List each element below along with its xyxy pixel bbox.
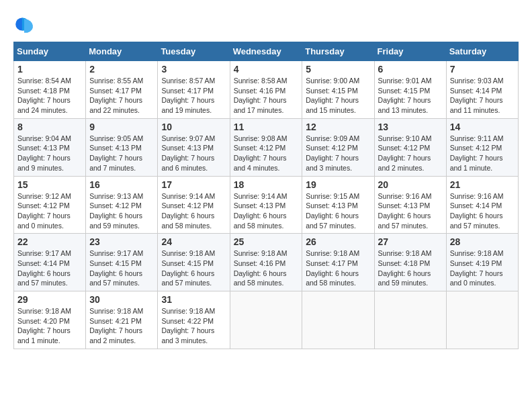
calendar-cell: 19 Sunrise: 9:15 AMSunset: 4:13 PMDaylig… [302, 176, 374, 234]
day-detail: Sunrise: 9:05 AMSunset: 4:13 PMDaylight:… [89, 134, 154, 173]
day-number: 27 [378, 236, 443, 247]
logo [13, 13, 38, 35]
calendar-cell: 15 Sunrise: 9:12 AMSunset: 4:12 PMDaylig… [14, 176, 86, 234]
weekday-header-row: SundayMondayTuesdayWednesdayThursdayFrid… [14, 42, 519, 61]
calendar-cell: 26 Sunrise: 9:18 AMSunset: 4:17 PMDaylig… [302, 234, 374, 291]
day-number: 2 [89, 64, 154, 75]
day-number: 20 [378, 179, 443, 190]
day-detail: Sunrise: 9:03 AMSunset: 4:14 PMDaylight:… [450, 76, 515, 116]
day-number: 1 [17, 64, 82, 75]
calendar-cell: 5 Sunrise: 9:00 AMSunset: 4:15 PMDayligh… [302, 61, 374, 119]
calendar-cell: 9 Sunrise: 9:05 AMSunset: 4:13 PMDayligh… [86, 118, 158, 176]
day-number: 4 [234, 64, 299, 75]
day-detail: Sunrise: 9:04 AMSunset: 4:13 PMDaylight:… [17, 134, 82, 173]
calendar-week-row: 8 Sunrise: 9:04 AMSunset: 4:13 PMDayligh… [14, 118, 519, 176]
day-number: 3 [161, 64, 226, 75]
day-detail: Sunrise: 9:15 AMSunset: 4:13 PMDaylight:… [306, 191, 370, 231]
day-number: 13 [378, 122, 443, 132]
day-number: 6 [378, 64, 443, 75]
day-number: 28 [450, 236, 515, 247]
day-detail: Sunrise: 9:08 AMSunset: 4:12 PMDaylight:… [234, 134, 299, 173]
calendar-cell: 16 Sunrise: 9:13 AMSunset: 4:12 PMDaylig… [86, 176, 158, 234]
day-number: 16 [89, 179, 154, 190]
calendar-cell: 10 Sunrise: 9:07 AMSunset: 4:13 PMDaylig… [158, 118, 230, 176]
day-detail: Sunrise: 8:54 AMSunset: 4:18 PMDaylight:… [17, 76, 82, 116]
logo-icon [13, 13, 35, 35]
day-detail: Sunrise: 9:10 AMSunset: 4:12 PMDaylight:… [378, 134, 443, 173]
page-header [13, 13, 519, 35]
calendar-cell: 23 Sunrise: 9:17 AMSunset: 4:15 PMDaylig… [86, 234, 158, 291]
calendar-cell: 22 Sunrise: 9:17 AMSunset: 4:14 PMDaylig… [14, 234, 86, 291]
calendar-cell: 13 Sunrise: 9:10 AMSunset: 4:12 PMDaylig… [374, 118, 446, 176]
weekday-header-saturday: Saturday [446, 42, 518, 61]
calendar-cell: 17 Sunrise: 9:14 AMSunset: 4:12 PMDaylig… [158, 176, 230, 234]
calendar-cell: 30 Sunrise: 9:18 AMSunset: 4:21 PMDaylig… [86, 291, 158, 349]
weekday-header-monday: Monday [86, 42, 158, 61]
calendar-cell: 20 Sunrise: 9:16 AMSunset: 4:13 PMDaylig… [374, 176, 446, 234]
calendar-cell: 8 Sunrise: 9:04 AMSunset: 4:13 PMDayligh… [14, 118, 86, 176]
day-number: 10 [161, 122, 226, 132]
day-number: 9 [89, 122, 154, 132]
day-number: 29 [17, 294, 82, 305]
day-number: 12 [306, 122, 370, 132]
calendar-cell: 31 Sunrise: 9:18 AMSunset: 4:22 PMDaylig… [158, 291, 230, 349]
day-detail: Sunrise: 9:12 AMSunset: 4:12 PMDaylight:… [17, 191, 82, 231]
calendar-cell: 2 Sunrise: 8:55 AMSunset: 4:17 PMDayligh… [86, 61, 158, 119]
weekday-header-wednesday: Wednesday [230, 42, 302, 61]
day-detail: Sunrise: 9:13 AMSunset: 4:12 PMDaylight:… [89, 191, 154, 231]
day-detail: Sunrise: 9:18 AMSunset: 4:17 PMDaylight:… [306, 248, 370, 288]
calendar-cell: 29 Sunrise: 9:18 AMSunset: 4:20 PMDaylig… [14, 291, 86, 349]
day-number: 30 [89, 294, 154, 305]
day-detail: Sunrise: 9:18 AMSunset: 4:15 PMDaylight:… [161, 248, 226, 288]
calendar-week-row: 1 Sunrise: 8:54 AMSunset: 4:18 PMDayligh… [14, 61, 519, 119]
day-detail: Sunrise: 9:17 AMSunset: 4:14 PMDaylight:… [17, 248, 82, 288]
calendar-cell: 4 Sunrise: 8:58 AMSunset: 4:16 PMDayligh… [230, 61, 302, 119]
day-number: 11 [234, 122, 299, 132]
calendar-cell: 14 Sunrise: 9:11 AMSunset: 4:12 PMDaylig… [446, 118, 518, 176]
day-detail: Sunrise: 9:18 AMSunset: 4:16 PMDaylight:… [234, 248, 299, 288]
day-detail: Sunrise: 9:14 AMSunset: 4:12 PMDaylight:… [161, 191, 226, 231]
weekday-header-tuesday: Tuesday [158, 42, 230, 61]
day-number: 21 [450, 179, 515, 190]
day-detail: Sunrise: 8:57 AMSunset: 4:17 PMDaylight:… [161, 76, 226, 116]
calendar-cell: 1 Sunrise: 8:54 AMSunset: 4:18 PMDayligh… [14, 61, 86, 119]
calendar-table: SundayMondayTuesdayWednesdayThursdayFrid… [13, 42, 519, 349]
calendar-cell: 6 Sunrise: 9:01 AMSunset: 4:15 PMDayligh… [374, 61, 446, 119]
calendar-cell: 25 Sunrise: 9:18 AMSunset: 4:16 PMDaylig… [230, 234, 302, 291]
calendar-cell [446, 291, 518, 349]
day-number: 7 [450, 64, 515, 75]
day-number: 22 [17, 236, 82, 247]
day-number: 14 [450, 122, 515, 132]
day-number: 26 [306, 236, 370, 247]
day-detail: Sunrise: 9:14 AMSunset: 4:13 PMDaylight:… [234, 191, 299, 231]
calendar-cell: 11 Sunrise: 9:08 AMSunset: 4:12 PMDaylig… [230, 118, 302, 176]
day-detail: Sunrise: 9:07 AMSunset: 4:13 PMDaylight:… [161, 134, 226, 173]
calendar-cell [374, 291, 446, 349]
weekday-header-sunday: Sunday [14, 42, 86, 61]
day-number: 31 [161, 294, 226, 305]
day-number: 19 [306, 179, 370, 190]
day-detail: Sunrise: 8:55 AMSunset: 4:17 PMDaylight:… [89, 76, 154, 116]
day-detail: Sunrise: 9:01 AMSunset: 4:15 PMDaylight:… [378, 76, 443, 116]
day-detail: Sunrise: 9:16 AMSunset: 4:14 PMDaylight:… [450, 191, 515, 231]
day-number: 25 [234, 236, 299, 247]
day-detail: Sunrise: 9:09 AMSunset: 4:12 PMDaylight:… [306, 134, 370, 173]
day-number: 5 [306, 64, 370, 75]
day-number: 8 [17, 122, 82, 132]
calendar-cell: 27 Sunrise: 9:18 AMSunset: 4:18 PMDaylig… [374, 234, 446, 291]
calendar-cell: 24 Sunrise: 9:18 AMSunset: 4:15 PMDaylig… [158, 234, 230, 291]
calendar-cell: 7 Sunrise: 9:03 AMSunset: 4:14 PMDayligh… [446, 61, 518, 119]
calendar-week-row: 29 Sunrise: 9:18 AMSunset: 4:20 PMDaylig… [14, 291, 519, 349]
calendar-cell: 12 Sunrise: 9:09 AMSunset: 4:12 PMDaylig… [302, 118, 374, 176]
calendar-cell: 21 Sunrise: 9:16 AMSunset: 4:14 PMDaylig… [446, 176, 518, 234]
day-detail: Sunrise: 9:18 AMSunset: 4:20 PMDaylight:… [17, 306, 82, 346]
day-detail: Sunrise: 9:18 AMSunset: 4:22 PMDaylight:… [161, 306, 226, 346]
day-detail: Sunrise: 9:18 AMSunset: 4:18 PMDaylight:… [378, 248, 443, 288]
calendar-cell [230, 291, 302, 349]
calendar-week-row: 15 Sunrise: 9:12 AMSunset: 4:12 PMDaylig… [14, 176, 519, 234]
day-detail: Sunrise: 9:17 AMSunset: 4:15 PMDaylight:… [89, 248, 154, 288]
day-detail: Sunrise: 9:00 AMSunset: 4:15 PMDaylight:… [306, 76, 370, 116]
day-detail: Sunrise: 9:18 AMSunset: 4:21 PMDaylight:… [89, 306, 154, 346]
day-number: 17 [161, 179, 226, 190]
day-detail: Sunrise: 9:18 AMSunset: 4:19 PMDaylight:… [450, 248, 515, 288]
